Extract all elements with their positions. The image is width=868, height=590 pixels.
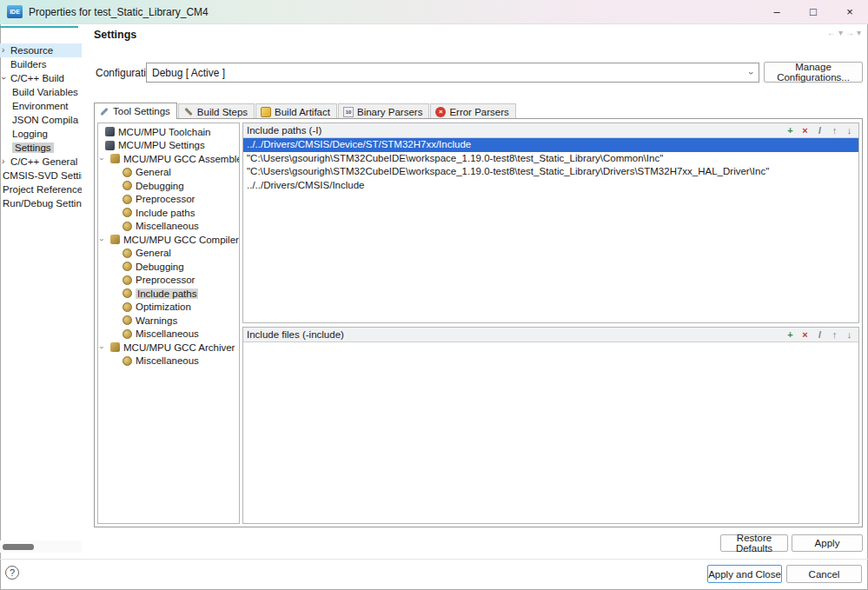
chevron-down-icon[interactable]: ›	[0, 76, 8, 79]
tool-tree-label: MCU/MPU GCC Archiver	[123, 342, 235, 353]
sidebar-item-label: CMSIS-SVD Settin	[3, 170, 82, 181]
back-icon[interactable]: ←	[827, 28, 836, 37]
manage-configurations-button[interactable]: Manage Configurations...	[764, 62, 863, 83]
move-up-icon[interactable]: ↑	[829, 329, 840, 341]
include-files-header: Include files (-include) +×/↑↓	[243, 328, 858, 342]
tool-tree-label: MCU/MPU GCC Compiler	[123, 235, 239, 245]
sidebar-item-label: Logging	[12, 129, 48, 139]
chevron-down-icon[interactable]: ›	[97, 238, 105, 241]
sidebar-item-run-debug-settin[interactable]: Run/Debug Settin	[0, 196, 82, 210]
edit-icon[interactable]: /	[814, 125, 825, 136]
tool-tree-item-debugging[interactable]: Debugging	[98, 260, 239, 274]
maximize-button[interactable]: □	[795, 0, 832, 23]
sidebar-item-json-compila[interactable]: JSON Compila	[0, 113, 82, 127]
apply-and-close-button[interactable]: Apply and Close	[707, 565, 782, 583]
add-icon[interactable]: +	[785, 329, 796, 341]
forward-menu-icon[interactable]: ▾	[857, 28, 861, 37]
tool-icon	[110, 235, 120, 244]
tool-tree-label: Miscellaneous	[136, 328, 199, 339]
sidebar-item-label: JSON Compila	[12, 115, 78, 125]
tool-tree-item-preprocessor[interactable]: Preprocessor	[98, 193, 239, 207]
tab-label: Binary Parsers	[357, 107, 422, 117]
gear-icon	[123, 275, 132, 285]
scrollbar-thumb[interactable]	[3, 544, 34, 550]
sidebar-item-builders[interactable]: Builders	[0, 57, 82, 71]
configuration-select[interactable]: Debug [ Active ] ›	[146, 63, 759, 83]
tool-tree-label: Warnings	[136, 315, 177, 326]
include-path-item[interactable]: "C:\Users\gsourigh\STM32CubeIDE\workspac…	[243, 165, 858, 179]
close-button[interactable]: ×	[832, 0, 868, 23]
move-down-icon[interactable]: ↓	[844, 125, 855, 136]
tool-tree-item-mcu-mpu-toolchain[interactable]: MCU/MPU Toolchain	[98, 125, 239, 139]
sidebar-item-logging[interactable]: Logging	[0, 127, 82, 141]
sidebar-item-c-c-general[interactable]: ›C/C++ General	[0, 155, 82, 169]
delete-icon[interactable]: ×	[799, 329, 811, 341]
tool-settings-panel: MCU/MPU ToolchainMCU/MPU Settings›MCU/MP…	[94, 118, 863, 527]
tab-label: Tool Settings	[113, 106, 170, 116]
tool-tree-item-include-paths[interactable]: Include paths	[98, 287, 239, 301]
sidebar-item-c-c-build[interactable]: ›C/C++ Build	[0, 71, 82, 85]
tool-tree-item-optimization[interactable]: Optimization	[98, 301, 239, 315]
chevron-right-icon[interactable]: ›	[2, 157, 4, 166]
tool-tree-item-mcu-mpu-gcc-compiler[interactable]: ›MCU/MPU GCC Compiler	[98, 233, 239, 247]
add-icon[interactable]: +	[785, 125, 796, 136]
sidebar-item-cmsis-svd-settin[interactable]: CMSIS-SVD Settin	[0, 169, 82, 182]
forward-icon[interactable]: →	[845, 28, 854, 37]
hammer-icon	[183, 107, 194, 117]
tab-binary-parsers[interactable]: Binary Parsers	[338, 103, 429, 119]
back-menu-icon[interactable]: ▾	[838, 28, 843, 37]
tab-build-artifact[interactable]: Build Artifact	[255, 103, 337, 119]
tool-tree-label: MCU/MPU GCC Assembler	[123, 154, 240, 164]
tool-tree-item-preprocessor[interactable]: Preprocessor	[98, 274, 239, 288]
move-down-icon[interactable]: ↓	[844, 329, 855, 341]
include-path-item[interactable]: ../../Drivers/CMSIS/Include	[243, 179, 858, 193]
tool-tree-item-mcu-mpu-gcc-archiver[interactable]: ›MCU/MPU GCC Archiver	[98, 341, 239, 355]
tab-tool-settings[interactable]: Tool Settings	[94, 103, 177, 119]
include-path-item[interactable]: "C:\Users\gsourigh\STM32CubeIDE\workspac…	[243, 152, 858, 166]
sidebar-horizontal-scrollbar[interactable]	[0, 540, 82, 553]
tool-tree-item-include-paths[interactable]: Include paths	[98, 206, 239, 220]
sidebar-item-build-variables[interactable]: Build Variables	[0, 85, 82, 99]
tool-tree-label: Preprocessor	[136, 275, 195, 285]
tool-tree-item-miscellaneous[interactable]: Miscellaneous	[98, 220, 239, 234]
tool-tree-item-general[interactable]: General	[98, 166, 239, 180]
gear-icon	[123, 249, 132, 258]
sidebar-item-label: Build Variables	[12, 87, 78, 97]
app-icon-label: IDE	[10, 9, 20, 15]
sidebar-item-project-reference[interactable]: Project Reference	[0, 182, 82, 196]
chevron-right-icon[interactable]: ›	[2, 46, 4, 55]
edit-icon[interactable]: /	[814, 329, 825, 341]
sidebar-item-label: Resource	[10, 45, 53, 56]
apply-button[interactable]: Apply	[792, 534, 863, 552]
window-controls: – □ ×	[759, 0, 868, 23]
sidebar-item-environment[interactable]: Environment	[0, 99, 82, 113]
sidebar-item-settings[interactable]: Settings	[0, 141, 82, 155]
tool-tree-item-debugging[interactable]: Debugging	[98, 179, 239, 193]
history-nav: ← ▾ → ▾	[827, 28, 861, 37]
tab-build-steps[interactable]: Build Steps	[178, 103, 255, 119]
tool-dark-icon	[105, 141, 115, 150]
tool-tree-label: Optimization	[136, 302, 191, 312]
tool-tree-item-mcu-mpu-settings[interactable]: MCU/MPU Settings	[98, 139, 239, 153]
include-path-item[interactable]: ../../Drivers/CMSIS/Device/ST/STM32H7xx/…	[243, 138, 858, 152]
tab-label: Build Artifact	[275, 107, 330, 117]
sidebar-item-label: C/C++ General	[10, 156, 77, 167]
minimize-button[interactable]: –	[759, 0, 795, 23]
tool-tree-item-mcu-mpu-gcc-assembler[interactable]: ›MCU/MPU GCC Assembler	[98, 152, 239, 166]
tab-error-parsers[interactable]: Error Parsers	[430, 103, 515, 119]
tool-tree: MCU/MPU ToolchainMCU/MPU Settings›MCU/MP…	[97, 123, 240, 524]
sidebar-item-resource[interactable]: ›Resource	[0, 43, 82, 57]
tool-tree-item-miscellaneous[interactable]: Miscellaneous	[98, 355, 239, 368]
tool-tree-item-warnings[interactable]: Warnings	[98, 314, 239, 328]
cancel-button[interactable]: Cancel	[786, 565, 862, 583]
chevron-down-icon[interactable]: ›	[97, 346, 105, 348]
chevron-down-icon[interactable]: ›	[97, 157, 105, 160]
tool-tree-item-general[interactable]: General	[98, 247, 239, 261]
include-files-title: Include files (-include)	[247, 329, 344, 340]
restore-defaults-button[interactable]: Restore Defaults	[720, 534, 788, 552]
tool-tree-item-miscellaneous[interactable]: Miscellaneous	[98, 328, 239, 341]
help-icon[interactable]: ?	[5, 566, 19, 580]
delete-icon[interactable]: ×	[799, 125, 811, 136]
app-icon: IDE	[7, 5, 23, 18]
move-up-icon[interactable]: ↑	[829, 125, 840, 136]
